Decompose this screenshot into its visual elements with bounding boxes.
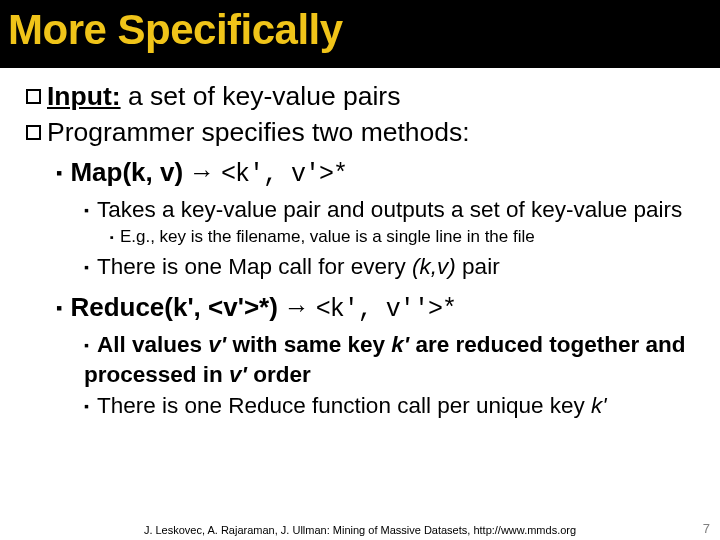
page-number: 7 xyxy=(703,521,710,536)
map-desc-1-text: Takes a key-value pair and outputs a set… xyxy=(97,197,682,222)
title-bar: More Specifically xyxy=(0,0,720,68)
reduce-desc-1g: order xyxy=(247,362,311,387)
arrow-icon: → xyxy=(284,293,310,322)
programmer-text: Programmer specifies two methods: xyxy=(47,117,470,147)
reduce-desc-1: ▪All values v' with same key k' are redu… xyxy=(84,330,706,389)
square-bullet-icon: ▪ xyxy=(84,202,89,218)
bullet-input: Input: a set of key-value pairs xyxy=(26,80,706,114)
reduce-desc-2b: k' xyxy=(591,393,607,418)
map-example: ▪E.g., key is the filename, value is a s… xyxy=(110,226,706,248)
reduce-desc-1a: All values xyxy=(97,332,208,357)
reduce-desc-1b: v' xyxy=(208,332,226,357)
arrow-icon: → xyxy=(189,158,215,187)
slide-body: Input: a set of key-value pairs Programm… xyxy=(0,68,720,420)
square-bullet-icon: ▪ xyxy=(84,337,89,353)
slide-title: More Specifically xyxy=(8,6,712,54)
footer-citation: J. Leskovec, A. Rajaraman, J. Ullman: Mi… xyxy=(0,524,720,536)
input-label: Input: xyxy=(47,81,121,111)
map-signature-line: ▪Map(k, v)→<k', v'>* xyxy=(56,156,706,191)
reduce-signature: Reduce(k', <v'>*) xyxy=(70,292,277,322)
reduce-desc-2: ▪There is one Reduce function call per u… xyxy=(84,391,706,420)
input-text: a set of key-value pairs xyxy=(121,81,401,111)
map-desc-1: ▪Takes a key-value pair and outputs a se… xyxy=(84,195,706,224)
reduce-desc-1d: k' xyxy=(391,332,409,357)
square-bullet-icon: ▪ xyxy=(84,398,89,414)
reduce-desc-1f: v' xyxy=(229,362,247,387)
reduce-signature-line: ▪Reduce(k', <v'>*)→<k', v''>* xyxy=(56,291,706,326)
map-desc-2c: pair xyxy=(456,254,500,279)
square-bullet-icon: ▪ xyxy=(56,163,62,183)
reduce-rhs: <k', v''>* xyxy=(316,295,456,324)
map-signature: Map(k, v) xyxy=(70,157,183,187)
reduce-desc-2a: There is one Reduce function call per un… xyxy=(97,393,591,418)
square-bullet-icon xyxy=(26,89,41,104)
map-desc-2: ▪There is one Map call for every (k,v) p… xyxy=(84,252,706,281)
square-bullet-icon: ▪ xyxy=(110,231,114,243)
square-bullet-icon: ▪ xyxy=(56,298,62,318)
map-desc-2a: There is one Map call for every xyxy=(97,254,412,279)
map-rhs: <k', v'>* xyxy=(221,160,347,189)
square-bullet-icon: ▪ xyxy=(84,259,89,275)
map-desc-2b: (k,v) xyxy=(412,254,456,279)
slide: More Specifically Input: a set of key-va… xyxy=(0,0,720,540)
bullet-programmer: Programmer specifies two methods: xyxy=(26,116,706,150)
map-example-text: E.g., key is the filename, value is a si… xyxy=(120,227,535,246)
square-bullet-icon xyxy=(26,125,41,140)
reduce-desc-1c: with same key xyxy=(226,332,391,357)
